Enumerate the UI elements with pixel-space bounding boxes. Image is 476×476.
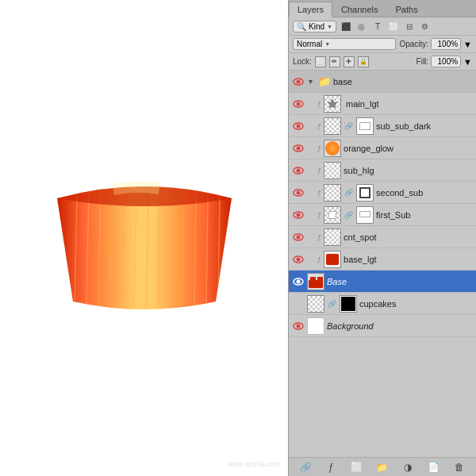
canvas-area: www.xjuzila.com — [0, 0, 288, 476]
mask-sub-sub-dark — [356, 117, 374, 135]
mask-second-sub — [356, 184, 374, 202]
new-group-icon[interactable]: 📁 — [375, 460, 390, 474]
layer-name-main-lgt: main_lgt — [346, 99, 473, 109]
layers-panel: Layers Channels Paths 🔍 Kind ▼ ⬛ ◎ T ⬜ ⊟… — [288, 0, 476, 476]
layers-list: ▼ 📁 base ƒ main_lgt ƒ 🔗 — [289, 71, 476, 457]
layer-item-base-lgt[interactable]: ƒ base_lgt — [289, 248, 476, 271]
kind-select-arrow: ▼ — [327, 24, 332, 29]
eye-icon-Base[interactable] — [292, 275, 305, 288]
layer-name-sub-hlg: sub_hlg — [344, 166, 473, 175]
layer-name-Base: Base — [327, 277, 473, 286]
bottom-bar: 🔗 ƒ ⬜ 📁 ◑ 📄 🗑 — [289, 457, 476, 476]
thumb-sub-sub-dark — [324, 117, 341, 135]
eye-icon-second-sub[interactable] — [292, 186, 305, 199]
tab-paths[interactable]: Paths — [387, 2, 427, 17]
lock-fill-toolbar: Lock: ⬜ ✏ ✛ 🔒 Fill: 100% ▼ — [289, 53, 476, 71]
lock-position-icon[interactable]: ✛ — [344, 56, 355, 67]
thumb-orange-glow — [324, 140, 341, 157]
blend-mode-arrow: ▼ — [324, 41, 330, 47]
filter-toolbar: 🔍 Kind ▼ ⬛ ◎ T ⬜ ⊟ ⚙ — [289, 17, 476, 36]
cupcake-artwork — [33, 151, 255, 325]
blend-opacity-toolbar: Normal ▼ Opacity: 100% ▼ — [289, 36, 476, 53]
fill-input[interactable]: 100% — [431, 56, 461, 67]
eye-icon-sub-sub-dark[interactable] — [292, 120, 305, 132]
type-filter-icon[interactable]: T — [371, 20, 384, 33]
eye-icon-background[interactable] — [292, 320, 305, 332]
layer-name-sub-sub-dark: sub_sub_dark — [376, 121, 473, 131]
layer-item-orange-glow[interactable]: ƒ orange_glow — [289, 137, 476, 159]
svg-point-14 — [297, 79, 301, 83]
eye-icon-base-group[interactable] — [292, 75, 305, 88]
link-cnt-spot: ƒ — [317, 233, 321, 241]
layer-item-Base[interactable]: Base — [289, 271, 476, 293]
opacity-input[interactable]: 100% — [431, 38, 461, 50]
opacity-group: Opacity: 100% ▼ — [399, 38, 472, 50]
kind-select-label: Kind — [309, 22, 324, 31]
add-mask-icon[interactable]: ⬜ — [350, 460, 364, 474]
thumb-base-lgt — [324, 251, 341, 268]
svg-rect-35 — [310, 277, 316, 282]
new-adjustment-icon[interactable]: ◑ — [401, 460, 415, 474]
svg-point-16 — [297, 102, 301, 106]
eye-icon-sub-hlg[interactable] — [292, 164, 305, 177]
eye-icon-main-lgt[interactable] — [292, 98, 305, 110]
layer-item-sub-sub-dark[interactable]: ƒ 🔗 sub_sub_dark — [289, 115, 476, 137]
layer-item-cupcakes[interactable]: 🔗 cupcakes — [289, 293, 476, 315]
tab-channels[interactable]: Channels — [332, 2, 386, 17]
delete-layer-icon[interactable]: 🗑 — [452, 460, 466, 474]
thumb-sub-hlg — [324, 162, 341, 179]
eye-icon-base-lgt[interactable] — [292, 253, 305, 266]
eye-icon-orange-glow[interactable] — [292, 142, 305, 155]
layer-item-second-sub[interactable]: ƒ 🔗 second_sub — [289, 182, 476, 204]
link-main-lgt: ƒ — [317, 100, 321, 108]
link-second-sub: ƒ — [317, 189, 321, 197]
layer-name-background: Background — [327, 321, 473, 331]
new-layer-icon[interactable]: 📄 — [427, 460, 441, 474]
link-layers-icon[interactable]: 🔗 — [298, 460, 313, 474]
layer-item-background[interactable]: Background — [289, 315, 476, 337]
svg-point-25 — [297, 190, 301, 194]
fill-label: Fill: — [416, 57, 429, 66]
layer-item-cnt-spot[interactable]: ƒ cnt_spot — [289, 226, 476, 248]
opacity-label: Opacity: — [399, 40, 428, 48]
layer-name-base-group: base — [333, 77, 473, 86]
blend-mode-label: Normal — [297, 40, 322, 48]
link-orange-glow: ƒ — [317, 144, 321, 152]
layer-item-main-lgt[interactable]: ƒ main_lgt — [289, 93, 476, 115]
svg-point-19 — [297, 124, 301, 128]
eye-icon-cnt-spot[interactable] — [292, 231, 305, 244]
layer-name-cupcakes: cupcakes — [359, 299, 473, 309]
folder-icon-base-group: 📁 — [318, 75, 331, 87]
thumb-background — [307, 317, 324, 335]
svg-point-33 — [297, 279, 301, 283]
layer-style-icon[interactable]: ƒ — [324, 460, 338, 474]
lock-paint-icon[interactable]: ✏ — [329, 56, 340, 67]
layer-item-sub-hlg[interactable]: ƒ sub_hlg — [289, 159, 476, 182]
lock-all-icon[interactable]: 🔒 — [358, 56, 369, 67]
adjustment-filter-icon[interactable]: ◎ — [355, 20, 368, 33]
chain-sub-sub-dark: 🔗 — [344, 122, 353, 130]
more-filter-icon[interactable]: ⚙ — [419, 20, 432, 33]
layer-item-base-group[interactable]: ▼ 📁 base — [289, 71, 476, 93]
expand-icon-base-group[interactable]: ▼ — [307, 78, 314, 86]
layer-item-first-sub[interactable]: ƒ 🔗 first_Sub — [289, 204, 476, 226]
chain-first-sub: 🔗 — [344, 211, 353, 219]
tab-layers[interactable]: Layers — [289, 2, 332, 17]
blend-mode-select[interactable]: Normal ▼ — [293, 38, 396, 50]
thumb-cnt-spot — [324, 228, 341, 246]
svg-marker-17 — [328, 99, 337, 108]
eye-icon-first-sub[interactable] — [292, 209, 305, 221]
pixel-filter-icon[interactable]: ⬛ — [340, 20, 352, 33]
layer-name-base-lgt: base_lgt — [344, 255, 473, 264]
smart-filter-icon[interactable]: ⊟ — [403, 20, 416, 33]
svg-point-31 — [297, 257, 301, 261]
mask-cupcakes — [340, 295, 357, 313]
thumb-main-lgt — [324, 95, 341, 113]
kind-select[interactable]: 🔍 Kind ▼ — [293, 21, 336, 33]
link-sub-hlg: ƒ — [317, 167, 321, 175]
link-first-sub: ƒ — [317, 211, 321, 219]
thumb-cupcakes — [307, 295, 324, 313]
lock-transparent-icon[interactable]: ⬜ — [315, 56, 326, 67]
shape-filter-icon[interactable]: ⬜ — [387, 20, 400, 33]
layer-name-cnt-spot: cnt_spot — [344, 232, 473, 242]
